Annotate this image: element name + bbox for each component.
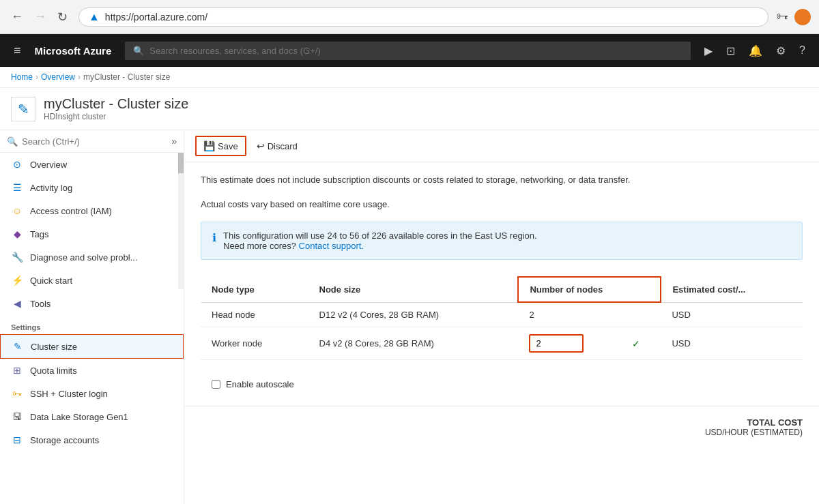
col-node-type: Node type — [201, 277, 308, 302]
head-node-size: D12 v2 (4 Cores, 28 GB RAM) — [308, 302, 519, 327]
toolbar: 💾 Save ↩ Discard — [184, 130, 819, 162]
page-subtitle: HDInsight cluster — [44, 112, 188, 121]
info-icon: ℹ — [212, 231, 216, 244]
page-header: ✎ myCluster - Cluster size HDInsight clu… — [0, 88, 819, 130]
info-box-text: This configuration will use 24 to 56 of … — [223, 231, 537, 251]
cloud-shell-button[interactable]: ▶ — [699, 40, 718, 61]
portal-menu-button[interactable]: ⊡ — [721, 40, 741, 61]
browser-actions: 🗝 — [777, 9, 811, 25]
forward-button[interactable]: → — [31, 7, 49, 27]
sidebar-item-quickstart[interactable]: ⚡ Quick start — [0, 269, 184, 292]
sidebar-item-quickstart-label: Quick start — [30, 276, 72, 286]
sidebar-search[interactable]: 🔍 » — [0, 130, 184, 153]
breadcrumb-current: myCluster - Cluster size — [83, 72, 170, 82]
profile-icon[interactable] — [794, 9, 811, 25]
sidebar-collapse-button[interactable]: » — [171, 136, 177, 147]
worker-node-count-cell: ✓ — [518, 327, 661, 360]
cluster-size-icon: ✎ — [12, 341, 24, 352]
col-estimated-cost: Estimated cost/... — [661, 277, 803, 302]
page-icon: ✎ — [11, 97, 35, 121]
nodes-table: Node type Node size Number of nodes Esti… — [201, 276, 803, 360]
breadcrumb-home[interactable]: Home — [11, 72, 33, 82]
sidebar: 🔍 » ⊙ Overview ☰ Activity log ☺ Access c… — [0, 130, 184, 504]
ssh-login-icon: 🗝 — [11, 388, 23, 399]
hamburger-menu[interactable]: ≡ — [8, 41, 27, 61]
sidebar-nav: ⊙ Overview ☰ Activity log ☺ Access contr… — [0, 153, 184, 315]
settings-button[interactable]: ⚙ — [771, 40, 791, 61]
quota-limits-icon: ⊞ — [11, 365, 23, 376]
address-bar[interactable]: ▲ https://portal.azure.com/ — [78, 8, 768, 27]
sidebar-item-diagnose[interactable]: 🔧 Diagnose and solve probl... — [0, 246, 184, 269]
head-node-count: 2 — [518, 302, 661, 327]
topnav-icons: ▶ ⊡ 🔔 ⚙ ? — [699, 40, 811, 61]
sidebar-item-diagnose-label: Diagnose and solve probl... — [30, 252, 138, 263]
search-icon: 🔍 — [133, 46, 144, 56]
main-layout: 🔍 » ⊙ Overview ☰ Activity log ☺ Access c… — [0, 130, 819, 504]
description-line1: This estimate does not include subscript… — [201, 173, 803, 187]
table-row: Head node D12 v2 (4 Cores, 28 GB RAM) 2 … — [201, 302, 803, 327]
content-body: This estimate does not include subscript… — [184, 162, 819, 406]
table-header: Node type Node size Number of nodes Esti… — [201, 277, 803, 302]
breadcrumb-overview[interactable]: Overview — [41, 72, 75, 82]
storage-accounts-icon: ⊟ — [11, 434, 23, 445]
refresh-button[interactable]: ↻ — [55, 7, 70, 27]
sidebar-item-access-control[interactable]: ☺ Access control (IAM) — [0, 199, 184, 222]
table-row: Worker node D4 v2 (8 Cores, 28 GB RAM) ✓… — [201, 327, 803, 360]
worker-node-count-input[interactable] — [529, 334, 584, 353]
topnav-search-input[interactable] — [149, 46, 682, 56]
description-line2: Actual costs vary based on realtime core… — [201, 198, 803, 211]
sidebar-item-tags[interactable]: ◆ Tags — [0, 222, 184, 246]
col-number-of-nodes: Number of nodes — [518, 277, 661, 302]
sidebar-item-overview[interactable]: ⊙ Overview — [0, 153, 184, 176]
breadcrumb: Home › Overview › myCluster - Cluster si… — [0, 67, 819, 88]
sidebar-settings-nav: ✎ Cluster size ⊞ Quota limits 🗝 SSH + Cl… — [0, 334, 184, 451]
azure-brand: Microsoft Azure — [35, 45, 112, 57]
sidebar-item-storage-accounts[interactable]: ⊟ Storage accounts — [0, 428, 184, 451]
diagnose-icon: 🔧 — [11, 252, 23, 263]
browser-navigation: ← → ↻ — [8, 7, 70, 27]
autoscale-checkbox[interactable] — [212, 380, 220, 389]
sidebar-item-ssh-login[interactable]: 🗝 SSH + Cluster login — [0, 382, 184, 405]
sidebar-item-overview-label: Overview — [30, 160, 67, 170]
notifications-button[interactable]: 🔔 — [743, 40, 768, 61]
col-node-size: Node size — [308, 277, 519, 302]
info-box-link[interactable]: Contact support. — [299, 241, 364, 251]
sidebar-item-cluster-size[interactable]: ✎ Cluster size — [0, 334, 184, 359]
autoscale-row: Enable autoscale — [201, 374, 803, 395]
tools-icon: ◀ — [11, 298, 23, 309]
info-box-line2: Need more cores? — [223, 241, 296, 251]
page-title-block: myCluster - Cluster size HDInsight clust… — [44, 96, 188, 121]
worker-node-type: Worker node — [201, 327, 308, 360]
sidebar-search-input[interactable] — [22, 136, 167, 147]
discard-button[interactable]: ↩ Discard — [249, 136, 305, 155]
total-cost-section: TOTAL COST USD/HOUR (ESTIMATED) — [184, 406, 819, 448]
page-title: myCluster - Cluster size — [44, 96, 188, 112]
discard-icon: ↩ — [257, 140, 265, 151]
activity-log-icon: ☰ — [11, 182, 23, 193]
sidebar-item-tools[interactable]: ◀ Tools — [0, 292, 184, 315]
breadcrumb-sep-2: › — [78, 72, 81, 82]
topnav-search-container[interactable]: 🔍 — [125, 42, 691, 60]
worker-node-cost: USD — [661, 327, 803, 360]
sidebar-item-tools-label: Tools — [30, 299, 51, 309]
autoscale-label[interactable]: Enable autoscale — [226, 379, 294, 389]
sidebar-item-activity-log[interactable]: ☰ Activity log — [0, 176, 184, 199]
total-cost-sublabel: USD/HOUR (ESTIMATED) — [201, 428, 803, 437]
sidebar-item-data-lake[interactable]: 🖫 Data Lake Storage Gen1 — [0, 405, 184, 428]
save-icon: 💾 — [203, 140, 215, 151]
info-box: ℹ This configuration will use 24 to 56 o… — [201, 222, 803, 260]
sidebar-item-quota-limits[interactable]: ⊞ Quota limits — [0, 359, 184, 382]
tags-icon: ◆ — [11, 228, 23, 239]
help-button[interactable]: ? — [794, 40, 811, 61]
save-button[interactable]: 💾 Save — [195, 136, 246, 156]
sidebar-item-quota-limits-label: Quota limits — [30, 366, 77, 376]
sidebar-item-activity-log-label: Activity log — [30, 183, 72, 193]
browser-chrome: ← → ↻ ▲ https://portal.azure.com/ 🗝 — [0, 0, 819, 34]
data-lake-icon: 🖫 — [11, 411, 23, 422]
save-label: Save — [218, 141, 238, 151]
back-button[interactable]: ← — [8, 7, 26, 27]
azure-topnav: ≡ Microsoft Azure 🔍 ▶ ⊡ 🔔 ⚙ ? — [0, 34, 819, 67]
overview-icon: ⊙ — [11, 159, 23, 170]
quickstart-icon: ⚡ — [11, 275, 23, 286]
key-icon: 🗝 — [777, 10, 789, 24]
